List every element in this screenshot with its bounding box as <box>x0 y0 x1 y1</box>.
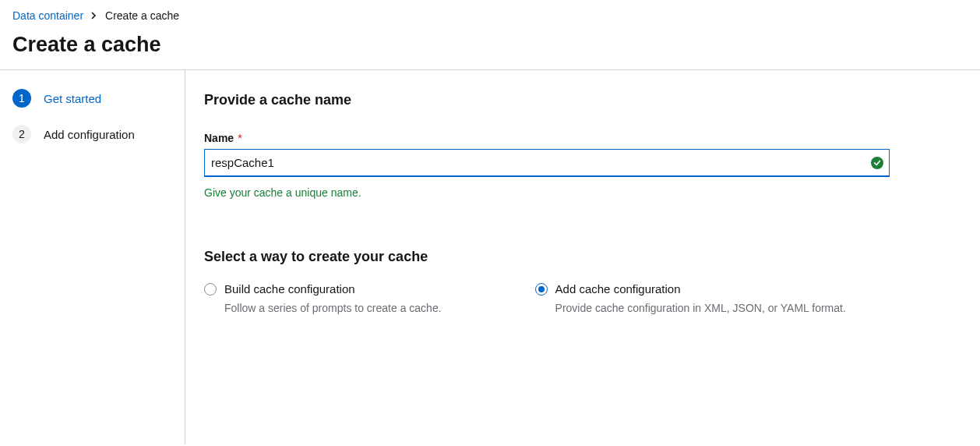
radio-description: Provide cache configuration in XML, JSON… <box>555 302 846 314</box>
section-title-select-way: Select a way to create your cache <box>204 249 961 265</box>
radio-dot-icon <box>538 286 545 292</box>
required-indicator: * <box>238 132 241 144</box>
spacer <box>204 199 961 249</box>
breadcrumb-current: Create a cache <box>105 9 179 22</box>
page-title: Create a cache <box>12 33 968 57</box>
wizard-step-label: Get started <box>44 92 101 105</box>
breadcrumb: Data container Create a cache <box>12 9 968 22</box>
name-field-label: Name <box>204 132 234 144</box>
name-input-wrapper <box>204 149 890 177</box>
creation-method-radio-group: Build cache configuration Follow a serie… <box>204 282 961 314</box>
radio-description: Follow a series of prompts to create a c… <box>224 302 442 314</box>
radio-label: Add cache configuration <box>555 282 681 296</box>
radio-option-add: Add cache configuration Provide cache co… <box>535 282 846 314</box>
breadcrumb-link-parent[interactable]: Data container <box>12 9 83 22</box>
radio-icon <box>535 283 548 296</box>
wizard-step-number: 1 <box>12 89 31 108</box>
check-circle-icon <box>871 157 883 169</box>
chevron-right-icon <box>91 12 97 19</box>
wizard-step-number: 2 <box>12 125 31 143</box>
wizard-step-get-started[interactable]: 1 Get started <box>12 89 172 108</box>
radio-option-build: Build cache configuration Follow a serie… <box>204 282 442 314</box>
radio-build-configuration[interactable]: Build cache configuration <box>204 282 442 296</box>
radio-icon <box>204 283 217 296</box>
page-header: Data container Create a cache Create a c… <box>0 0 980 70</box>
wizard-step-add-configuration[interactable]: 2 Add configuration <box>12 125 172 143</box>
main-content: Provide a cache name Name * Give your ca… <box>185 70 980 444</box>
name-help-text: Give your cache a unique name. <box>204 186 961 199</box>
name-field-label-row: Name * <box>204 132 961 144</box>
cache-name-input[interactable] <box>204 149 890 177</box>
wizard-sidebar: 1 Get started 2 Add configuration <box>0 70 185 444</box>
section-title-provide-name: Provide a cache name <box>204 92 961 108</box>
radio-add-configuration[interactable]: Add cache configuration <box>535 282 846 296</box>
layout: 1 Get started 2 Add configuration Provid… <box>0 70 980 444</box>
wizard-step-label: Add configuration <box>44 128 135 141</box>
radio-label: Build cache configuration <box>224 282 355 296</box>
